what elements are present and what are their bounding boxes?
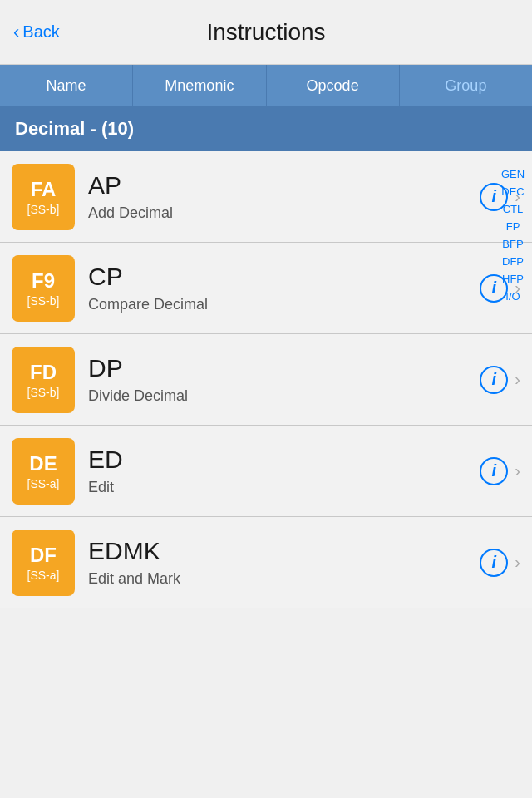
opcode-hex: DF — [30, 544, 57, 567]
instruction-list: FA [SS-b] AP Add Decimal i › F9 [SS-b] C… — [0, 151, 532, 608]
info-icon: i — [480, 549, 508, 577]
opcode-format: [SS-b] — [27, 386, 60, 399]
list-item[interactable]: DE [SS-a] ED Edit i › — [0, 426, 532, 517]
item-content: EDMK Edit and Mark — [88, 537, 466, 588]
back-button[interactable]: ‹ Back — [13, 22, 60, 42]
info-button[interactable]: i › — [480, 549, 520, 577]
side-index-io[interactable]: I/O — [505, 290, 520, 303]
item-mnemonic: EDMK — [88, 537, 466, 565]
tab-opcode[interactable]: Opcode — [267, 65, 400, 106]
back-chevron-icon: ‹ — [13, 23, 19, 42]
list-item[interactable]: FA [SS-b] AP Add Decimal i › — [0, 151, 532, 243]
side-index: GEN DEC CTL FP BFP DFP HFP I/O — [494, 151, 532, 319]
opcode-badge: DE [SS-a] — [12, 438, 75, 505]
opcode-format: [SS-a] — [27, 569, 60, 582]
info-button[interactable]: i › — [480, 457, 520, 485]
side-index-bfp[interactable]: BFP — [502, 238, 523, 250]
info-button[interactable]: i › — [480, 366, 520, 394]
side-index-dfp[interactable]: DFP — [502, 255, 524, 268]
tab-bar: Name Mnemonic Opcode Group — [0, 65, 532, 106]
item-name: Compare Decimal — [88, 296, 466, 313]
list-item[interactable]: F9 [SS-b] CP Compare Decimal i › — [0, 243, 532, 334]
item-name: Add Decimal — [88, 204, 466, 222]
chevron-right-icon: › — [515, 461, 520, 480]
tab-group[interactable]: Group — [400, 65, 532, 106]
page-title: Instructions — [206, 19, 325, 46]
info-icon: i — [480, 366, 508, 394]
opcode-hex: FD — [30, 361, 57, 384]
section-header: Decimal - (10) — [0, 106, 532, 151]
opcode-badge: FA [SS-b] — [12, 164, 75, 230]
opcode-format: [SS-b] — [27, 203, 60, 216]
item-name: Edit and Mark — [88, 570, 466, 588]
opcode-format: [SS-b] — [27, 294, 60, 308]
item-content: DP Divide Decimal — [88, 354, 466, 405]
item-content: AP Add Decimal — [88, 171, 466, 222]
item-content: ED Edit — [88, 446, 466, 496]
item-mnemonic: CP — [88, 263, 466, 291]
opcode-badge: DF [SS-a] — [12, 530, 75, 596]
list-item[interactable]: FD [SS-b] DP Divide Decimal i › — [0, 334, 532, 426]
item-mnemonic: ED — [88, 446, 466, 474]
info-icon: i — [480, 457, 508, 485]
item-mnemonic: DP — [88, 354, 466, 382]
side-index-gen[interactable]: GEN — [501, 168, 525, 180]
item-name: Edit — [88, 479, 466, 496]
header: ‹ Back Instructions — [0, 0, 532, 65]
chevron-right-icon: › — [515, 553, 520, 572]
side-index-dec[interactable]: DEC — [501, 185, 524, 198]
tab-name[interactable]: Name — [0, 65, 133, 106]
section-title: Decimal - (10) — [15, 118, 134, 139]
opcode-format: [SS-a] — [27, 477, 60, 490]
side-index-fp[interactable]: FP — [506, 220, 520, 233]
item-mnemonic: AP — [88, 171, 466, 200]
opcode-badge: F9 [SS-b] — [12, 255, 75, 322]
opcode-hex: DE — [29, 452, 57, 475]
back-label: Back — [22, 22, 59, 42]
item-name: Divide Decimal — [88, 387, 466, 405]
tab-mnemonic[interactable]: Mnemonic — [133, 65, 266, 106]
opcode-hex: F9 — [32, 269, 55, 293]
side-index-hfp[interactable]: HFP — [502, 273, 524, 285]
chevron-right-icon: › — [515, 370, 520, 389]
opcode-badge: FD [SS-b] — [12, 347, 75, 413]
item-content: CP Compare Decimal — [88, 263, 466, 313]
side-index-ctl[interactable]: CTL — [503, 203, 524, 215]
list-item[interactable]: DF [SS-a] EDMK Edit and Mark i › — [0, 517, 532, 608]
opcode-hex: FA — [31, 178, 57, 201]
